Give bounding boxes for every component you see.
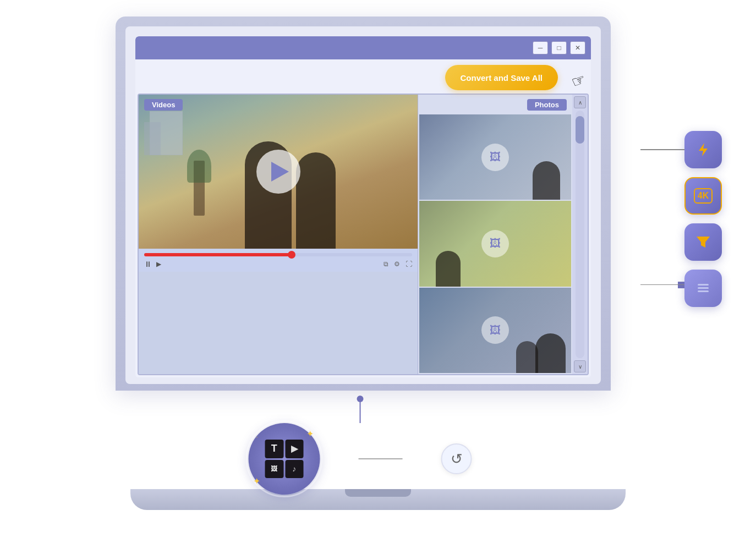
dot-connector bbox=[678, 282, 684, 288]
media-cell-image: 🖼 bbox=[265, 460, 284, 479]
sparkle-1-icon: ✦ bbox=[306, 429, 314, 439]
photo-icon-3: 🖼 bbox=[490, 324, 501, 337]
title-bar: ─ □ ✕ bbox=[135, 36, 591, 59]
videos-section: Videos bbox=[139, 95, 418, 374]
photo-item-1[interactable]: 🖼 bbox=[419, 114, 571, 200]
lightning-icon bbox=[694, 141, 712, 158]
svg-rect-3 bbox=[698, 287, 709, 289]
play-triangle-icon bbox=[271, 162, 289, 182]
top-dot bbox=[357, 396, 364, 402]
laptop-screen-outer: ─ □ ✕ Convert and Save All ☞ bbox=[116, 17, 611, 391]
videos-label: Videos bbox=[144, 99, 183, 111]
media-cell-video: ▶ bbox=[285, 440, 304, 458]
filter-icon bbox=[694, 233, 712, 251]
settings-icon[interactable]: ⚙ bbox=[394, 260, 400, 268]
list-feature-button[interactable] bbox=[684, 270, 722, 307]
photo-overlay-3: 🖼 bbox=[481, 316, 509, 344]
connector-line-1 bbox=[640, 149, 684, 150]
scrollbar: ∧ ∨ bbox=[572, 95, 588, 374]
pause-button[interactable]: ⏸ bbox=[144, 260, 152, 268]
scroll-down-button[interactable]: ∨ bbox=[574, 360, 586, 372]
media-type-circle: T ▶ 🖼 ♪ ✦ ✦ · bbox=[249, 423, 320, 495]
video-thumbnail[interactable] bbox=[139, 95, 418, 249]
h-connector bbox=[359, 458, 403, 459]
scroll-up-button[interactable]: ∧ bbox=[574, 96, 586, 108]
maximize-button[interactable]: □ bbox=[551, 41, 567, 54]
svg-marker-0 bbox=[699, 143, 708, 156]
4k-label: 4K bbox=[698, 191, 709, 200]
minimize-icon: ─ bbox=[538, 44, 543, 52]
media-grid: T ▶ 🖼 ♪ bbox=[265, 440, 304, 478]
photo-item-2[interactable]: 🖼 bbox=[419, 201, 571, 286]
cursor-hand-icon: ☞ bbox=[569, 70, 588, 92]
progress-bar[interactable] bbox=[144, 253, 412, 256]
list-icon bbox=[694, 279, 712, 297]
controls-left: ⏸ ▶ bbox=[144, 260, 161, 268]
svg-rect-4 bbox=[698, 290, 709, 292]
4k-feature-button[interactable]: 4K bbox=[684, 177, 722, 215]
bottom-section: T ▶ 🖼 ♪ ✦ ✦ · ↺ bbox=[249, 423, 472, 495]
minimize-button[interactable]: ─ bbox=[533, 41, 548, 54]
close-icon: ✕ bbox=[575, 44, 580, 52]
sync-icon: ↺ bbox=[451, 451, 463, 468]
play-overlay[interactable] bbox=[256, 150, 300, 194]
controls-right: ⧉ ⚙ ⛶ bbox=[384, 260, 412, 268]
laptop-screen-inner: ─ □ ✕ Convert and Save All ☞ bbox=[125, 26, 601, 384]
progress-thumb[interactable] bbox=[288, 251, 295, 259]
scroll-track[interactable] bbox=[576, 111, 584, 358]
close-button[interactable]: ✕ bbox=[570, 41, 585, 54]
app-content: Convert and Save All ☞ Videos bbox=[135, 59, 591, 377]
filter-feature-button[interactable] bbox=[684, 223, 722, 261]
convert-save-all-button[interactable]: Convert and Save All bbox=[445, 65, 558, 90]
photo-overlay-1: 🖼 bbox=[481, 144, 509, 171]
lightning-feature-button[interactable] bbox=[684, 131, 722, 168]
svg-rect-2 bbox=[698, 284, 709, 286]
photo-icon-2: 🖼 bbox=[490, 237, 501, 250]
maximize-icon: □ bbox=[557, 44, 561, 52]
right-floating-icons: 4K bbox=[684, 131, 722, 307]
scroll-up-icon: ∧ bbox=[578, 100, 582, 106]
fullscreen-icon[interactable]: ⛶ bbox=[406, 260, 412, 268]
photo-item-3[interactable]: 🖼 bbox=[419, 288, 571, 373]
media-area: Videos bbox=[138, 94, 589, 375]
photos-grid: 🖼 🖼 bbox=[418, 95, 572, 374]
photo-overlay-2: 🖼 bbox=[481, 230, 509, 257]
progress-fill bbox=[144, 253, 292, 256]
svg-marker-1 bbox=[697, 237, 710, 248]
4k-box: 4K bbox=[694, 188, 713, 204]
app-window: ─ □ ✕ Convert and Save All ☞ bbox=[135, 36, 591, 377]
sparkle-2-icon: ✦ bbox=[253, 476, 260, 486]
photo-icon-1: 🖼 bbox=[490, 151, 501, 163]
convert-btn-area: Convert and Save All ☞ bbox=[135, 59, 591, 94]
scene: ─ □ ✕ Convert and Save All ☞ bbox=[0, 0, 756, 543]
scroll-thumb[interactable] bbox=[576, 116, 584, 144]
media-cell-text: T bbox=[265, 440, 284, 458]
controls-row: ⏸ ▶ ⧉ ⚙ ⛶ bbox=[144, 260, 412, 268]
connector-line-2 bbox=[640, 284, 684, 286]
sparkle-3-icon: · bbox=[256, 434, 258, 440]
sync-button[interactable]: ↺ bbox=[441, 443, 472, 474]
play-button[interactable]: ▶ bbox=[156, 260, 161, 268]
pip-icon[interactable]: ⧉ bbox=[384, 260, 388, 268]
photos-label: Photos bbox=[527, 99, 567, 111]
scroll-down-icon: ∨ bbox=[578, 364, 582, 370]
photos-section: Photos 🖼 bbox=[418, 95, 572, 374]
media-cell-audio: ♪ bbox=[285, 460, 304, 479]
video-controls: ⏸ ▶ ⧉ ⚙ ⛶ bbox=[139, 249, 418, 272]
